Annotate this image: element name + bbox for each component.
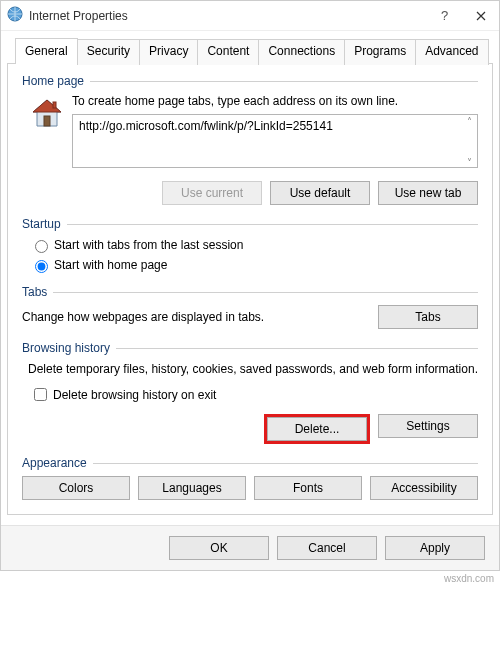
tab-connections[interactable]: Connections [258, 39, 345, 65]
checkbox-input[interactable] [34, 388, 47, 401]
home-icon [22, 94, 72, 135]
startup-group: Startup Start with tabs from the last se… [22, 217, 478, 273]
appearance-group-label: Appearance [22, 456, 93, 470]
scroll-down-icon[interactable]: ˅ [462, 157, 476, 169]
ok-button[interactable]: OK [169, 536, 269, 560]
accessibility-button[interactable]: Accessibility [370, 476, 478, 500]
browsing-history-group: Browsing history Delete temporary files,… [22, 341, 478, 444]
colors-button[interactable]: Colors [22, 476, 130, 500]
radio-label: Start with home page [54, 258, 167, 272]
tab-content[interactable]: Content [197, 39, 259, 65]
checkbox-label: Delete browsing history on exit [53, 388, 216, 402]
tab-security[interactable]: Security [77, 39, 140, 65]
titlebar: Internet Properties ? [1, 1, 499, 31]
homepage-group-label: Home page [22, 74, 90, 88]
divider [53, 292, 478, 293]
delete-on-exit-checkbox[interactable]: Delete browsing history on exit [30, 385, 478, 404]
fonts-button[interactable]: Fonts [254, 476, 362, 500]
delete-button[interactable]: Delete... [267, 417, 367, 441]
tab-programs[interactable]: Programs [344, 39, 416, 65]
homepage-url-input[interactable] [72, 114, 478, 168]
tabs-group-label: Tabs [22, 285, 53, 299]
history-description: Delete temporary files, history, cookies… [28, 361, 478, 377]
homepage-group: Home page To create home page tabs, type… [22, 74, 478, 205]
help-button[interactable]: ? [427, 1, 463, 31]
divider [67, 224, 478, 225]
use-current-button: Use current [162, 181, 262, 205]
apply-button[interactable]: Apply [385, 536, 485, 560]
general-panel: Home page To create home page tabs, type… [7, 63, 493, 515]
divider [93, 463, 478, 464]
app-icon [7, 6, 23, 25]
tab-advanced[interactable]: Advanced [415, 39, 488, 65]
svg-rect-4 [44, 116, 50, 126]
divider [116, 348, 478, 349]
radio-label: Start with tabs from the last session [54, 238, 243, 252]
tab-privacy[interactable]: Privacy [139, 39, 198, 65]
tab-general[interactable]: General [15, 38, 78, 64]
tabs-description: Change how webpages are displayed in tab… [22, 310, 378, 324]
svg-text:?: ? [441, 9, 448, 23]
startup-last-session-radio[interactable]: Start with tabs from the last session [30, 237, 478, 253]
languages-button[interactable]: Languages [138, 476, 246, 500]
startup-group-label: Startup [22, 217, 67, 231]
tabs-group: Tabs Change how webpages are displayed i… [22, 285, 478, 329]
scroll-up-icon[interactable]: ˄ [462, 116, 476, 128]
svg-marker-3 [33, 100, 61, 112]
watermark: wsxdn.com [0, 571, 500, 586]
use-new-tab-button[interactable]: Use new tab [378, 181, 478, 205]
dialog-button-row: OK Cancel Apply [1, 525, 499, 570]
close-button[interactable] [463, 1, 499, 31]
tabs-button[interactable]: Tabs [378, 305, 478, 329]
window-title: Internet Properties [29, 9, 427, 23]
radio-input[interactable] [35, 260, 48, 273]
appearance-group: Appearance Colors Languages Fonts Access… [22, 456, 478, 500]
startup-home-page-radio[interactable]: Start with home page [30, 257, 478, 273]
use-default-button[interactable]: Use default [270, 181, 370, 205]
history-group-label: Browsing history [22, 341, 116, 355]
svg-rect-5 [53, 102, 56, 108]
cancel-button[interactable]: Cancel [277, 536, 377, 560]
divider [90, 81, 478, 82]
tab-strip: General Security Privacy Content Connect… [1, 31, 499, 63]
delete-button-highlight: Delete... [264, 414, 370, 444]
homepage-instruction: To create home page tabs, type each addr… [72, 94, 478, 108]
radio-input[interactable] [35, 240, 48, 253]
history-settings-button[interactable]: Settings [378, 414, 478, 438]
internet-properties-window: Internet Properties ? General Security P… [0, 0, 500, 571]
